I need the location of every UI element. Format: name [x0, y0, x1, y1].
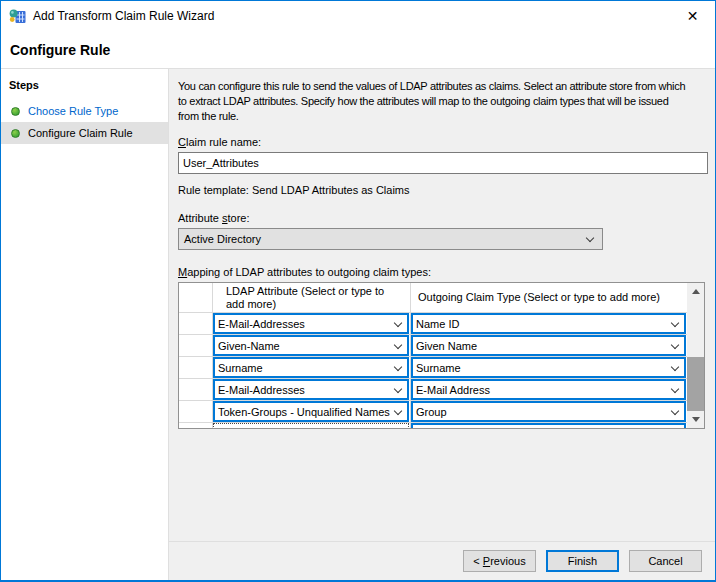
table-row: E-Mail-Addresses Name ID [179, 313, 687, 335]
title-bar: Add Transform Claim Rule Wizard ✕ [1, 1, 715, 31]
chevron-down-icon [394, 320, 402, 328]
scroll-down-button[interactable] [687, 411, 704, 428]
scroll-up-icon [692, 289, 700, 294]
outgoing-claim-type-select[interactable]: Surname [411, 357, 686, 378]
scrollbar-track[interactable] [687, 300, 704, 411]
table-scrollbar[interactable] [687, 283, 704, 428]
scroll-up-button[interactable] [687, 283, 704, 300]
cancel-button[interactable]: Cancel [629, 550, 702, 572]
claim-rule-name-input[interactable] [178, 152, 708, 174]
new-row-ldap-stub [213, 423, 409, 428]
table-row: Given-Name Given Name [179, 335, 687, 357]
ldap-attribute-select[interactable]: E-Mail-Addresses [213, 313, 409, 334]
previous-button[interactable]: < Previous [463, 550, 536, 572]
sidebar-item-choose-rule-type[interactable]: Choose Rule Type [1, 100, 168, 122]
column-header-ldap-attribute[interactable]: LDAP Attribute (Select or type to add mo… [213, 283, 411, 312]
chevron-down-icon [394, 408, 402, 416]
table-row: E-Mail-Addresses E-Mail Address [179, 379, 687, 401]
corner-selector-cell [179, 283, 213, 312]
chevron-down-icon [671, 364, 679, 372]
scrollbar-thumb[interactable] [687, 357, 704, 411]
button-bar: < Previous Finish Cancel [169, 541, 715, 580]
ldap-attribute-select[interactable]: Surname [213, 357, 409, 378]
claim-rule-name-label: Claim rule name: [178, 136, 707, 148]
outgoing-claim-type-select[interactable]: E-Mail Address [411, 379, 686, 400]
steps-sidebar: Steps Choose Rule Type Configure Claim R… [1, 69, 169, 580]
main-panel: You can configure this rule to send the … [169, 69, 715, 541]
steps-title: Steps [1, 77, 168, 100]
row-selector[interactable] [179, 335, 213, 356]
ldap-attribute-select[interactable]: Given-Name [213, 335, 409, 356]
chevron-down-icon [671, 320, 679, 328]
mapping-table: LDAP Attribute (Select or type to add mo… [178, 282, 705, 429]
sidebar-item-configure-claim-rule[interactable]: Configure Claim Rule [1, 122, 168, 144]
table-header-row: LDAP Attribute (Select or type to add mo… [179, 283, 687, 313]
mapping-table-body: LDAP Attribute (Select or type to add mo… [179, 283, 687, 428]
attribute-store-label: Attribute store: [178, 212, 707, 224]
chevron-down-icon [671, 342, 679, 350]
step-label: Configure Claim Rule [28, 127, 133, 139]
main-column: You can configure this rule to send the … [169, 69, 715, 580]
window-title: Add Transform Claim Rule Wizard [33, 9, 214, 23]
rule-template-text: Rule template: Send LDAP Attributes as C… [178, 184, 707, 196]
mapping-label: Mapping of LDAP attributes to outgoing c… [178, 266, 707, 278]
table-new-row-partial [179, 423, 687, 428]
chevron-down-icon [394, 386, 402, 394]
scroll-down-icon [692, 417, 700, 422]
page-heading-band: Configure Rule [1, 31, 715, 69]
chevron-down-icon [394, 342, 402, 350]
close-button[interactable]: ✕ [670, 2, 715, 31]
attribute-store-value: Active Directory [184, 233, 261, 245]
chevron-down-icon [671, 386, 679, 394]
table-row: Surname Surname [179, 357, 687, 379]
row-selector[interactable] [179, 357, 213, 378]
description-line: from the rule. [178, 109, 707, 124]
row-selector[interactable] [179, 379, 213, 400]
table-row: Token-Groups - Unqualified Names Group [179, 401, 687, 423]
step-current-bullet-icon [11, 129, 20, 138]
outgoing-claim-type-select[interactable]: Group [411, 401, 686, 422]
description-line: You can configure this rule to send the … [178, 79, 707, 94]
finish-button[interactable]: Finish [546, 550, 619, 572]
chevron-down-icon [394, 364, 402, 372]
row-selector[interactable] [179, 423, 213, 428]
chevron-down-icon [586, 235, 594, 243]
ldap-attribute-select[interactable]: Token-Groups - Unqualified Names [213, 401, 409, 422]
description-text: You can configure this rule to send the … [178, 79, 707, 124]
new-row-claim-stub [411, 423, 686, 428]
ldap-attribute-select[interactable]: E-Mail-Addresses [213, 379, 409, 400]
description-line: to extract LDAP attributes. Specify how … [178, 94, 707, 109]
page-title: Configure Rule [10, 42, 110, 58]
outgoing-claim-type-select[interactable]: Given Name [411, 335, 686, 356]
row-selector[interactable] [179, 401, 213, 422]
content-area: Steps Choose Rule Type Configure Claim R… [1, 69, 715, 580]
step-label: Choose Rule Type [28, 105, 118, 117]
column-header-outgoing-claim-type[interactable]: Outgoing Claim Type (Select or type to a… [411, 283, 687, 312]
row-selector[interactable] [179, 313, 213, 334]
outgoing-claim-type-select[interactable]: Name ID [411, 313, 686, 334]
wizard-app-icon [9, 8, 27, 24]
chevron-down-icon [671, 408, 679, 416]
attribute-store-select[interactable]: Active Directory [178, 228, 603, 250]
step-complete-bullet-icon [11, 107, 20, 116]
wizard-window: Add Transform Claim Rule Wizard ✕ Config… [0, 0, 716, 582]
